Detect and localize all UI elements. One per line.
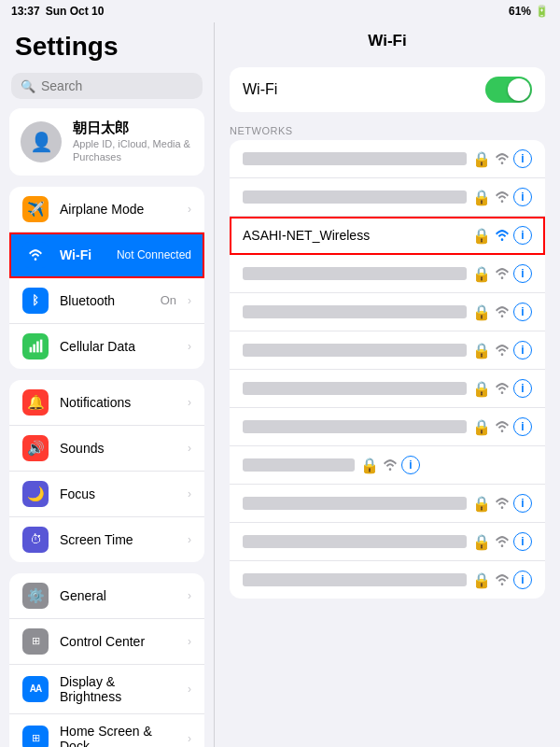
search-input[interactable] xyxy=(41,78,193,93)
sidebar-item-homescreen[interactable]: ⊞ Home Screen & Dock › xyxy=(9,714,204,747)
info-button[interactable]: i xyxy=(513,532,532,551)
focus-icon: 🌙 xyxy=(22,481,49,507)
network-item[interactable]: 🔒 i xyxy=(230,446,545,485)
sidebar-item-bluetooth[interactable]: ᛒ Bluetooth On › xyxy=(9,278,204,324)
status-bar: 13:37 Sun Oct 10 61% 🔋 xyxy=(0,0,560,22)
network-item[interactable]: 🔒 i xyxy=(230,140,545,178)
info-button[interactable]: i xyxy=(513,226,532,245)
svg-rect-3 xyxy=(39,340,42,353)
info-button[interactable]: i xyxy=(513,264,532,283)
homescreen-icon: ⊞ xyxy=(22,726,49,747)
network-name-blurred xyxy=(243,497,467,510)
wifi-signal-icon xyxy=(495,266,510,281)
controlcenter-icon: ⊞ xyxy=(22,628,49,655)
lock-icon: 🔒 xyxy=(472,571,491,589)
info-button[interactable]: i xyxy=(513,149,532,168)
profile-card[interactable]: 👤 朝日太郎 Apple ID, iCloud, Media & Purchas… xyxy=(9,108,204,176)
network-item[interactable]: 🔒 i xyxy=(230,485,545,523)
network-name-blurred xyxy=(243,420,467,433)
avatar-icon: 👤 xyxy=(30,131,53,153)
general-icon: ⚙️ xyxy=(22,583,49,609)
network-item[interactable]: 🔒 i xyxy=(230,178,545,217)
lock-icon: 🔒 xyxy=(472,380,491,398)
sidebar-item-airplane[interactable]: ✈️ Airplane Mode › xyxy=(9,187,204,233)
wifi-icon xyxy=(22,242,49,268)
lock-icon: 🔒 xyxy=(472,418,491,436)
search-bar[interactable]: 🔍 xyxy=(11,73,203,99)
network-item[interactable]: 🔒 i xyxy=(230,255,545,293)
status-date: Sun Oct 10 xyxy=(46,5,105,18)
settings-group-connectivity: ✈️ Airplane Mode › Wi-Fi Not Connected ᛒ… xyxy=(9,187,204,369)
wifi-toggle-row[interactable]: Wi-Fi xyxy=(230,67,545,112)
sidebar-item-notifications[interactable]: 🔔 Notifications › xyxy=(9,380,204,426)
network-item[interactable]: 🔒 i xyxy=(230,523,545,561)
network-icons: 🔒 i xyxy=(472,417,532,436)
focus-label: Focus xyxy=(60,486,176,501)
profile-info: 朝日太郎 Apple ID, iCloud, Media & Purchases xyxy=(73,120,193,164)
main-layout: Settings 🔍 👤 朝日太郎 Apple ID, iCloud, Medi… xyxy=(0,22,560,747)
settings-group-notifications: 🔔 Notifications › 🔊 Sounds › 🌙 Focus › ⏱… xyxy=(9,380,204,562)
network-icons: 🔒 i xyxy=(472,264,532,283)
info-button[interactable]: i xyxy=(513,417,532,436)
network-icons: 🔒 i xyxy=(360,456,420,474)
sidebar-item-cellular[interactable]: Cellular Data › xyxy=(9,324,204,369)
wifi-signal-icon xyxy=(495,151,510,166)
svg-rect-1 xyxy=(33,345,35,353)
svg-rect-2 xyxy=(36,342,39,353)
network-item[interactable]: 🔒 i xyxy=(230,561,545,599)
info-button[interactable]: i xyxy=(401,456,420,474)
sidebar-item-wifi[interactable]: Wi-Fi Not Connected xyxy=(9,233,204,278)
homescreen-label: Home Screen & Dock xyxy=(60,724,176,747)
network-item[interactable]: 🔒 i xyxy=(230,293,545,331)
info-button[interactable]: i xyxy=(513,341,532,359)
info-button[interactable]: i xyxy=(513,379,532,398)
network-name-blurred xyxy=(243,573,467,586)
wifi-signal-icon xyxy=(495,534,510,549)
bluetooth-badge: On xyxy=(161,293,176,307)
sidebar-item-screentime[interactable]: ⏱ Screen Time › xyxy=(9,517,204,562)
network-icons: 🔒 i xyxy=(472,532,532,551)
info-button[interactable]: i xyxy=(513,303,532,321)
lock-icon: 🔒 xyxy=(360,457,379,474)
asahi-net-wireless-item[interactable]: ASAHI-NET_Wireless 🔒 i xyxy=(230,217,545,255)
cellular-icon xyxy=(22,333,49,359)
avatar: 👤 xyxy=(21,121,62,162)
battery-icon: 🔋 xyxy=(535,5,549,18)
network-icons: 🔒 i xyxy=(472,341,532,359)
sidebar-title: Settings xyxy=(0,22,214,67)
general-label: General xyxy=(60,588,176,603)
settings-group-general: ⚙️ General › ⊞ Control Center › AA Displ… xyxy=(9,573,204,747)
info-button[interactable]: i xyxy=(513,494,532,513)
network-name-blurred xyxy=(243,344,467,357)
display-label: Display & Brightness xyxy=(60,674,176,704)
sidebar-item-display[interactable]: AA Display & Brightness › xyxy=(9,665,204,714)
networks-list: 🔒 i 🔒 i ASAHI-NET_Wireless 🔒 xyxy=(230,140,545,599)
network-item[interactable]: 🔒 i xyxy=(230,331,545,370)
network-name-blurred xyxy=(243,535,467,548)
network-icons: 🔒 i xyxy=(472,303,532,321)
sidebar-item-sounds[interactable]: 🔊 Sounds › xyxy=(9,426,204,472)
wifi-signal-icon xyxy=(495,572,510,587)
panel-title: Wi-Fi xyxy=(215,22,560,60)
sidebar-item-general[interactable]: ⚙️ General › xyxy=(9,573,204,619)
lock-icon: 🔒 xyxy=(472,533,491,551)
lock-icon: 🔒 xyxy=(472,342,491,359)
wifi-panel: Wi-Fi Wi-Fi NETWORKS 🔒 i xyxy=(215,22,560,747)
network-item[interactable]: 🔒 i xyxy=(230,370,545,408)
info-button[interactable]: i xyxy=(513,571,532,589)
lock-icon: 🔒 xyxy=(472,303,491,321)
wifi-toggle[interactable] xyxy=(485,77,532,103)
svg-rect-0 xyxy=(29,347,32,353)
wifi-badge: Not Connected xyxy=(117,248,191,261)
wifi-signal-icon xyxy=(495,419,510,434)
profile-subtitle: Apple ID, iCloud, Media & Purchases xyxy=(73,137,193,164)
sidebar-item-focus[interactable]: 🌙 Focus › xyxy=(9,472,204,517)
wifi-signal-icon xyxy=(495,381,510,396)
network-item[interactable]: 🔒 i xyxy=(230,408,545,446)
wifi-signal-icon xyxy=(495,304,510,319)
search-icon: 🔍 xyxy=(21,79,35,93)
network-icons: 🔒 i xyxy=(472,188,532,206)
sidebar-item-controlcenter[interactable]: ⊞ Control Center › xyxy=(9,619,204,665)
info-button[interactable]: i xyxy=(513,188,532,206)
display-icon: AA xyxy=(22,676,49,702)
